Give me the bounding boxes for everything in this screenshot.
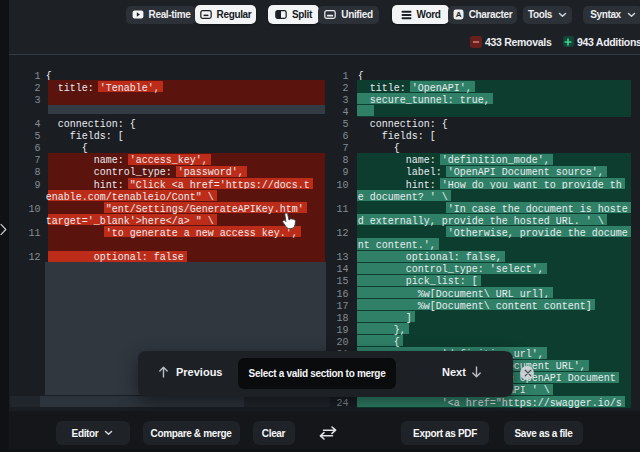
svg-text:A: A <box>456 11 462 20</box>
